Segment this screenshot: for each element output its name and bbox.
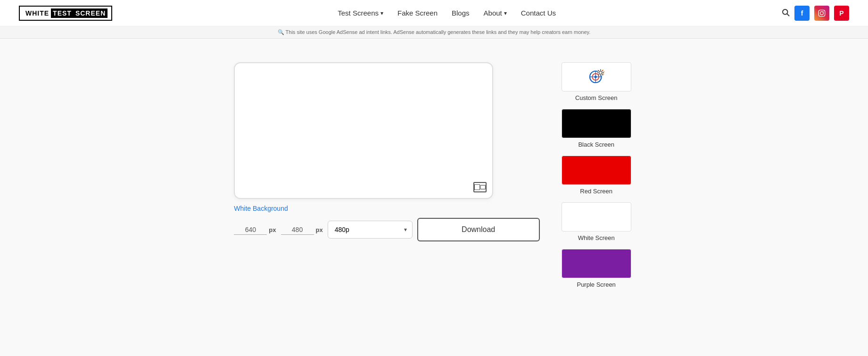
download-button[interactable]: Download xyxy=(417,218,540,241)
nav-blogs[interactable]: Blogs xyxy=(452,9,470,17)
header-right: f P xyxy=(781,6,849,21)
screen-panel: White Background px px 480p 720p 1080p 1… xyxy=(234,62,539,241)
svg-point-3 xyxy=(820,11,824,15)
custom-screen-card[interactable]: Custom Screen xyxy=(559,62,634,101)
main-nav: Test Screens Fake Screen Blogs About Con… xyxy=(338,9,556,17)
logo-white: WHITE xyxy=(24,8,51,18)
white-screen-thumb xyxy=(562,202,631,232)
svg-point-4 xyxy=(823,11,824,11)
width-group: px xyxy=(234,225,276,235)
chevron-down-icon xyxy=(380,10,383,17)
custom-screen-thumb xyxy=(562,62,631,91)
black-screen-label: Black Screen xyxy=(578,141,614,148)
svg-line-23 xyxy=(603,74,604,75)
white-screen-card[interactable]: White Screen xyxy=(559,202,634,241)
logo-screen: SCREEN xyxy=(74,8,107,18)
search-icon[interactable] xyxy=(781,8,790,18)
nav-contact[interactable]: Contact Us xyxy=(521,9,556,17)
fullscreen-icon[interactable] xyxy=(473,182,487,192)
bg-label: White Background xyxy=(234,205,288,212)
width-px-label: px xyxy=(269,226,276,233)
width-input[interactable] xyxy=(234,225,267,235)
red-screen-label: Red Screen xyxy=(580,188,612,195)
white-screen-label: White Screen xyxy=(578,234,615,241)
main-content: White Background px px 480p 720p 1080p 1… xyxy=(0,39,868,312)
nav-about[interactable]: About xyxy=(484,9,507,17)
resolution-select: 480p 720p 1080p 1440p 4K ▾ xyxy=(328,221,413,239)
purple-screen-card[interactable]: Purple Screen xyxy=(559,249,634,288)
chevron-down-icon xyxy=(504,10,507,17)
purple-screen-label: Purple Screen xyxy=(577,281,615,288)
pinterest-button[interactable]: P xyxy=(834,6,849,21)
instagram-button[interactable] xyxy=(814,6,829,21)
red-screen-thumb xyxy=(562,156,631,185)
screen-sidebar: Custom Screen Black Screen Red Screen Wh… xyxy=(559,62,634,288)
height-input[interactable] xyxy=(281,225,314,235)
custom-screen-icon xyxy=(587,67,606,87)
svg-line-1 xyxy=(787,14,789,16)
nav-fake-screen[interactable]: Fake Screen xyxy=(397,9,438,17)
height-group: px xyxy=(281,225,323,235)
svg-rect-5 xyxy=(480,185,485,189)
screen-preview xyxy=(234,62,493,199)
logo-test: TEST xyxy=(51,8,74,18)
logo-box: WHITE TEST SCREEN xyxy=(19,6,112,21)
resolution-dropdown[interactable]: 480p 720p 1080p 1440p 4K xyxy=(328,221,413,239)
site-header: WHITE TEST SCREEN Test Screens Fake Scre… xyxy=(0,0,868,26)
purple-screen-thumb xyxy=(562,249,631,278)
svg-line-22 xyxy=(603,72,604,72)
red-screen-card[interactable]: Red Screen xyxy=(559,156,634,195)
facebook-button[interactable]: f xyxy=(794,6,810,21)
controls-row: px px 480p 720p 1080p 1440p 4K ▾ Downloa… xyxy=(234,218,539,241)
svg-line-17 xyxy=(598,70,599,71)
svg-rect-2 xyxy=(818,10,825,16)
black-screen-card[interactable]: Black Screen xyxy=(559,109,634,148)
custom-screen-label: Custom Screen xyxy=(575,94,618,101)
svg-line-18 xyxy=(602,75,603,75)
svg-point-12 xyxy=(599,71,602,74)
adsense-notice: 🔍 This site uses Google AdSense ad inten… xyxy=(0,26,868,39)
black-screen-thumb xyxy=(562,109,631,138)
svg-line-19 xyxy=(598,75,599,75)
nav-test-screens[interactable]: Test Screens xyxy=(338,9,383,17)
height-px-label: px xyxy=(316,226,323,233)
site-logo[interactable]: WHITE TEST SCREEN xyxy=(19,6,112,21)
